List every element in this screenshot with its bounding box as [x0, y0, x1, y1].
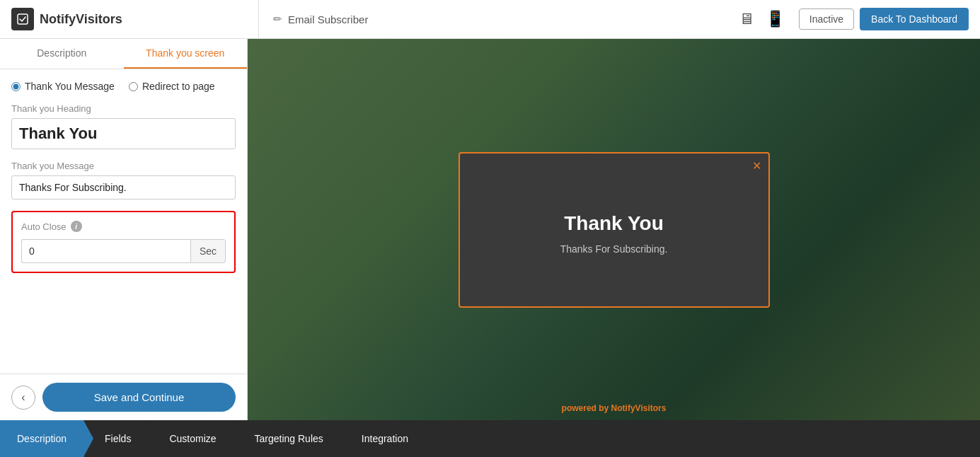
heading-input[interactable] [11, 118, 236, 149]
left-panel: Description Thank you screen Thank You M… [0, 39, 248, 420]
message-label: Thank you Message [11, 161, 236, 171]
bottom-nav: Description Fields Customize Targeting R… [0, 420, 980, 457]
radio-message-text: Thank You Message [25, 81, 115, 92]
radio-message-input[interactable] [11, 82, 21, 91]
radio-message-label[interactable]: Thank You Message [11, 81, 115, 92]
nav-item-description[interactable]: Description [0, 420, 83, 457]
tab-thank-you[interactable]: Thank you screen [124, 39, 248, 69]
auto-close-label: Auto Close i [21, 221, 226, 232]
sec-label: Sec [190, 239, 226, 263]
info-icon: i [71, 221, 82, 232]
nav-item-integration[interactable]: Integration [340, 420, 425, 457]
powered-brand: NotifyVisitors [611, 403, 667, 413]
nav-item-customize[interactable]: Customize [148, 420, 233, 457]
radio-redirect-text: Redirect to page [142, 81, 215, 92]
right-panel: ✕ Thank You Thanks For Subscribing. powe… [248, 39, 980, 420]
nav-label-integration: Integration [362, 433, 408, 444]
tab-description[interactable]: Description [0, 39, 124, 69]
powered-by: powered by NotifyVisitors [562, 403, 667, 413]
desktop-icon[interactable]: 🖥 [739, 10, 754, 28]
edit-icon: ✏ [273, 13, 282, 25]
nav-label-description: Description [17, 433, 67, 444]
panel-content: Thank You Message Redirect to page Thank… [0, 69, 247, 374]
preview-modal: ✕ Thank You Thanks For Subscribing. [459, 152, 770, 308]
auto-close-input-row: Sec [21, 239, 226, 263]
main: Description Thank you screen Thank You M… [0, 39, 980, 420]
modal-title: Thank You [564, 212, 664, 235]
radio-row: Thank You Message Redirect to page [11, 81, 236, 92]
auto-close-text: Auto Close [21, 221, 67, 232]
modal-close-icon[interactable]: ✕ [752, 159, 761, 173]
header: NotifyVisitors ✏ Email Subscriber 🖥 📱 In… [0, 0, 980, 39]
back-button[interactable]: ‹ [11, 386, 35, 410]
logo: NotifyVisitors [11, 0, 259, 38]
nav-label-fields: Fields [105, 433, 131, 444]
left-bottom: ‹ Save and Continue [0, 374, 247, 420]
header-actions: Inactive Back To Dashboard [799, 8, 969, 30]
logo-text: NotifyVisitors [40, 12, 122, 27]
auto-close-section: Auto Close i Sec [11, 211, 236, 273]
modal-message: Thanks For Subscribing. [560, 243, 668, 255]
nav-item-targeting[interactable]: Targeting Rules [234, 420, 340, 457]
powered-text: powered by [562, 403, 611, 413]
nav-label-customize: Customize [169, 433, 216, 444]
auto-close-input[interactable] [21, 239, 190, 263]
device-icons: 🖥 📱 [739, 10, 785, 28]
logo-icon [11, 8, 34, 30]
campaign-name: Email Subscriber [288, 13, 368, 25]
svg-rect-0 [18, 14, 28, 24]
header-center: ✏ Email Subscriber 🖥 📱 [259, 10, 785, 28]
mobile-icon[interactable]: 📱 [766, 10, 785, 28]
message-input[interactable] [11, 175, 236, 199]
tabs-row: Description Thank you screen [0, 39, 247, 69]
radio-redirect-input[interactable] [129, 82, 138, 91]
radio-redirect-label[interactable]: Redirect to page [129, 81, 215, 92]
dashboard-button[interactable]: Back To Dashboard [860, 8, 969, 30]
nav-label-targeting: Targeting Rules [255, 433, 323, 444]
inactive-button[interactable]: Inactive [799, 8, 854, 30]
save-button[interactable]: Save and Continue [42, 383, 236, 412]
heading-label: Thank you Heading [11, 103, 236, 114]
